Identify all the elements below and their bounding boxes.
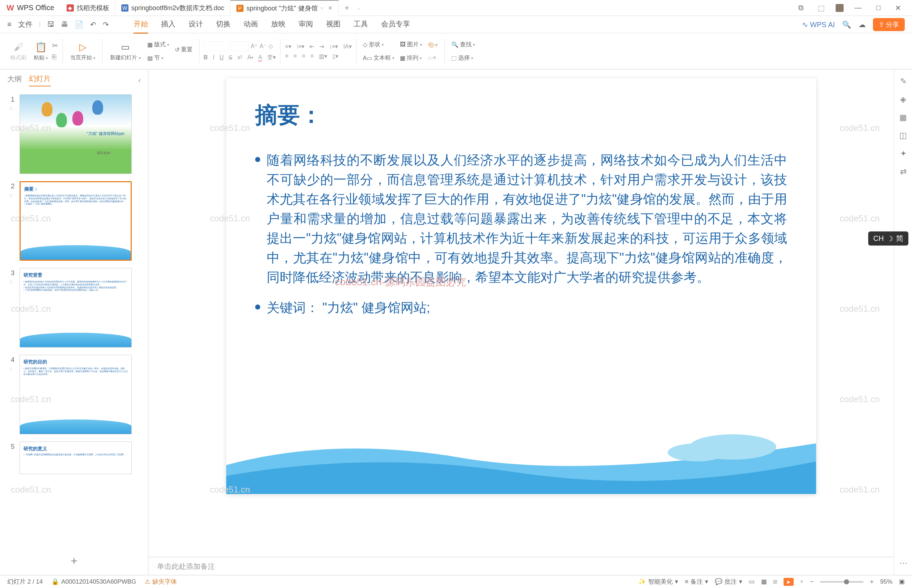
select-button[interactable]: ⬚ 选择 ▾ (449, 53, 477, 63)
ime-indicator[interactable]: CH ☽ 简 (868, 231, 909, 246)
minimize-button[interactable]: — (851, 2, 865, 13)
slide-counter[interactable]: 幻灯片 2 / 14 (7, 578, 43, 586)
slide-thumb-3[interactable]: 3☆ 研究背景 • 随着现代化的发展人们对信息管理技术又上升于宏观，新型的科技给… (7, 268, 141, 347)
search-icon[interactable]: 🔍 (842, 20, 851, 29)
section-button[interactable]: ▤ 节 ▾ (145, 53, 171, 63)
close-button[interactable]: ✕ (891, 2, 905, 14)
para-2[interactable]: 关键词： "力炫" 健身馆网站; (267, 298, 430, 318)
find-button[interactable]: 🔍 查找 ▾ (449, 39, 477, 50)
slide-thumb-4[interactable]: 4☆ 研究的目的 • 随着互联网的不断普及，互联网技术应用已成为人们日常生活最平… (7, 355, 141, 434)
tab-doc[interactable]: W springbootf8m2v数据库文档.doc (115, 0, 230, 16)
copy-icon[interactable]: ⎘ (52, 53, 58, 61)
layout-icon[interactable]: ▦ (899, 113, 907, 122)
from-current-button[interactable]: ▷ 当页开始 ▾ (67, 40, 98, 63)
notes-input[interactable]: 单击此处添加备注 (148, 557, 894, 575)
style-icon[interactable]: ◈ (900, 95, 906, 104)
align-center-icon[interactable]: ≡ (293, 53, 297, 59)
arrange-button[interactable]: ▦ 排列 ▾ (398, 53, 424, 63)
animation-icon[interactable]: ✦ (900, 149, 907, 158)
redo-icon[interactable]: ↷ (103, 20, 109, 29)
italic-icon[interactable]: I (213, 54, 214, 61)
new-slide-button[interactable]: ▭ 新建幻灯片 ▾ (107, 40, 143, 63)
textbox-button[interactable]: A▭ 文本框 ▾ (361, 53, 397, 63)
fill-icon[interactable]: 🎨▾ (426, 40, 440, 50)
preview-icon[interactable]: 📄 (75, 20, 84, 29)
decrease-font-icon[interactable]: A⁻ (259, 43, 266, 50)
tab-menu-dropdown[interactable]: ⌄ (356, 4, 361, 11)
zoom-in-button[interactable]: + (870, 578, 874, 585)
view-sorter-icon[interactable]: ▦ (761, 578, 767, 585)
bold-icon[interactable]: B (204, 54, 208, 61)
app-logo[interactable]: W WPS Office (0, 3, 61, 13)
slides-list[interactable]: 1☆ "力炫" 健身馆网站ppt 指导老师： 2☆ 摘要： • 随着网络科技的不… (0, 91, 148, 547)
picture-button[interactable]: 🖼 图片 ▾ (398, 39, 424, 50)
columns-icon[interactable]: ▥▾ (319, 53, 327, 60)
doc-id[interactable]: 🔒 A000120140530A60PWBG (52, 578, 136, 585)
more-icon[interactable]: ⋯ (899, 558, 907, 568)
slide-title[interactable]: 摘要： (255, 100, 322, 130)
window-multi-icon[interactable]: ⧉ (795, 2, 807, 13)
menu-tab-review[interactable]: 审阅 (298, 16, 313, 34)
align-right-icon[interactable]: ≡ (302, 53, 305, 59)
cloud-icon[interactable]: ☁ (859, 20, 866, 29)
menu-tab-animation[interactable]: 动画 (243, 16, 258, 34)
comments-toggle[interactable]: 💬 批注 ▾ (715, 578, 742, 586)
save-icon[interactable]: 🖫 (47, 20, 54, 29)
slide-body[interactable]: 随着网络科技的不断发展以及人们经济水平的逐步提高，网络技术如今已成为人们生活中不… (255, 150, 787, 328)
font-size-select[interactable] (230, 41, 249, 51)
pencil-icon[interactable]: ✎ (900, 77, 907, 86)
slides-tab[interactable]: 幻灯片 (29, 74, 51, 86)
underline-icon[interactable]: U (220, 54, 224, 61)
notes-toggle[interactable]: ≡ 备注 ▾ (685, 578, 708, 586)
slide-thumb-5[interactable]: 5 研究的意义 • "互联网+"的提出证明我国信息化建设进入新高度，不但能够通过… (7, 441, 141, 474)
layout-button[interactable]: ▦ 版式 ▾ (145, 39, 171, 50)
menu-tab-member[interactable]: 会员专享 (381, 16, 410, 34)
font-select[interactable] (204, 41, 228, 51)
text-effect-icon[interactable]: 变▾ (267, 54, 276, 61)
menu-tab-transition[interactable]: 切换 (216, 16, 230, 34)
format-brush-button[interactable]: 🖌 格式刷 (7, 40, 29, 63)
align-justify-icon[interactable]: ≡ (310, 53, 313, 59)
view-normal-icon[interactable]: ▭ (749, 578, 755, 585)
menu-tab-home[interactable]: 开始 (134, 16, 148, 34)
highlight-icon[interactable]: A▪ (247, 54, 253, 61)
zoom-slider[interactable] (820, 581, 863, 583)
user-avatar[interactable] (836, 4, 844, 12)
numbering-icon[interactable]: ⁝≡▾ (296, 43, 305, 50)
paste-button[interactable]: 📋 粘贴 ▾ (31, 40, 51, 63)
indent-left-icon[interactable]: ⇤ (309, 43, 314, 50)
tab-ppt[interactable]: P springboot "力炫" 健身馆 ▫ ✕ (230, 0, 339, 16)
wps-ai-button[interactable]: ∿ WPS AI (802, 20, 835, 29)
align-vertical-icon[interactable]: ▯▾ (332, 53, 339, 60)
superscript-icon[interactable]: x² (237, 54, 242, 61)
missing-font[interactable]: ⚠ 缺失字体 (145, 578, 177, 586)
menu-tab-insert[interactable]: 插入 (161, 16, 175, 34)
menu-icon[interactable]: ≡ (7, 20, 11, 29)
menu-tab-slideshow[interactable]: 放映 (271, 16, 285, 34)
share-button[interactable]: ⇪ 分享 (873, 18, 905, 31)
material-icon[interactable]: ◫ (899, 131, 907, 140)
slide-canvas[interactable]: 摘要： 随着网络科技的不断发展以及人们经济水平的逐步提高，网络技术如今已成为人们… (226, 78, 816, 494)
menu-tab-view[interactable]: 视图 (326, 16, 340, 34)
collapse-icon[interactable]: ‹ (138, 76, 141, 84)
undo-icon[interactable]: ↶ (90, 20, 96, 29)
slide-thumb-1[interactable]: 1☆ "力炫" 健身馆网站ppt 指导老师： (7, 94, 141, 174)
clear-format-icon[interactable]: ◇ (269, 43, 273, 50)
zoom-value[interactable]: 95% (880, 578, 893, 585)
align-left-icon[interactable]: ≡ (285, 53, 288, 59)
add-slide-button[interactable]: + (0, 547, 148, 575)
shape-button[interactable]: ◇ 形状 ▾ (361, 39, 397, 50)
add-tab-button[interactable]: + (339, 3, 355, 13)
bullets-icon[interactable]: ≡▾ (285, 43, 291, 50)
maximize-button[interactable]: □ (873, 2, 884, 13)
reset-button[interactable]: ↺ 重置 (173, 44, 195, 55)
line-spacing-icon[interactable]: ↕≡▾ (329, 43, 338, 50)
outline-tab[interactable]: 大纲 (7, 74, 22, 86)
close-icon[interactable]: ✕ (328, 5, 332, 11)
strike-icon[interactable]: S̶ (229, 54, 232, 61)
indent-right-icon[interactable]: ⇥ (319, 43, 324, 50)
menu-tab-design[interactable]: 设计 (189, 16, 203, 34)
menu-tab-tools[interactable]: 工具 (353, 16, 368, 34)
slide-thumb-2[interactable]: 2☆ 摘要： • 随着网络科技的不断发展以及人们经济水平的逐步提高，网络技术如今… (7, 181, 141, 261)
view-reading-icon[interactable]: ⎚ (773, 578, 777, 585)
